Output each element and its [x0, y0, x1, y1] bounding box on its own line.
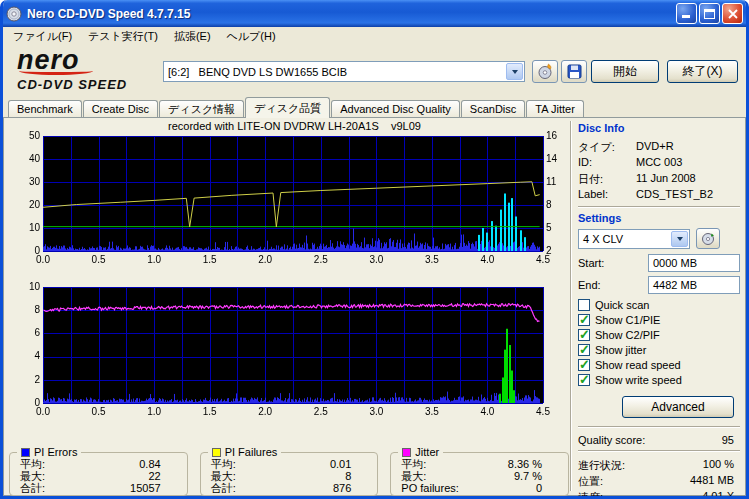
- end-field[interactable]: 4482 MB: [648, 276, 740, 294]
- exit-button[interactable]: 終了(X): [667, 60, 738, 83]
- stat-label: 平均:: [20, 458, 45, 470]
- stat-value: 0.01: [330, 458, 351, 470]
- checkbox-quick-scan[interactable]: Quick scan: [578, 298, 740, 312]
- disc-info-title: Disc Info: [578, 122, 740, 134]
- stat-label: PO failures:: [401, 482, 458, 494]
- stat-row: 最大:8: [201, 470, 378, 482]
- checkbox-label: Show jitter: [595, 344, 646, 356]
- scan-speed-value: 4 X CLV: [579, 230, 670, 248]
- menu-run-test[interactable]: テスト実行(T): [80, 27, 166, 46]
- refresh-speed-button[interactable]: [696, 228, 720, 249]
- stat-row: 最大:9.7 %: [391, 470, 568, 482]
- speed-label: 速度:: [578, 490, 603, 499]
- scan-speed-select[interactable]: 4 X CLV: [578, 229, 690, 249]
- drive-select-value: [6:2] BENQ DVD LS DW1655 BCIB: [164, 62, 505, 81]
- disc-date-value: 11 Jun 2008: [636, 172, 740, 187]
- position-row: 位置: 4481 MB: [578, 474, 740, 489]
- stat-value: 8: [345, 470, 351, 482]
- stat-label: 平均:: [401, 458, 426, 470]
- disc-id-value: MCC 003: [636, 156, 740, 168]
- speed-value: 4.01 X: [702, 490, 734, 499]
- stat-label: 最大:: [211, 470, 236, 482]
- tab-ta-jitter[interactable]: TA Jitter: [526, 100, 584, 118]
- menu-extra[interactable]: 拡張(E): [166, 27, 219, 46]
- checkbox-show-write-speed[interactable]: Show write speed: [578, 373, 740, 387]
- menu-help[interactable]: ヘルプ(H): [219, 27, 284, 46]
- checkbox-show-jitter[interactable]: Show jitter: [578, 343, 740, 357]
- scan-speed-arrow-icon[interactable]: [671, 231, 688, 247]
- stat-value: 15057: [130, 482, 161, 494]
- refresh-disc-icon: [701, 232, 715, 246]
- end-label: End:: [578, 279, 601, 291]
- checkbox-show-read-speed[interactable]: Show read speed: [578, 358, 740, 372]
- pi-failures-title: PI Failures: [225, 446, 278, 458]
- pi-failures-legend: PI Failures: [208, 446, 282, 458]
- side-panel: Disc Info タイプ: DVD+R ID: MCC 003 日付: 11 …: [576, 120, 742, 495]
- stats-panels: PI Errors 平均:0.84 最大:22 合計:15057 PI Fail…: [9, 452, 569, 496]
- panel-divider: [570, 121, 572, 491]
- checkbox-label: Show C1/PIE: [595, 314, 660, 326]
- stat-label: 最大:: [20, 470, 45, 482]
- disc-id-label: ID:: [578, 156, 636, 168]
- jitter-color-swatch: [402, 448, 411, 457]
- disc-date-label: 日付:: [578, 172, 636, 187]
- jitter-title: Jitter: [415, 446, 439, 458]
- checkbox-show-c1-pie[interactable]: Show C1/PIE: [578, 313, 740, 327]
- start-row: Start: 0000 MB: [578, 254, 740, 272]
- tab-disc-info[interactable]: ディスク情報: [159, 100, 244, 118]
- jitter-panel: Jitter 平均:8.36 % 最大:9.7 % PO failures:0: [390, 452, 569, 496]
- disc-type-value: DVD+R: [636, 140, 740, 155]
- tab-create-disc[interactable]: Create Disc: [83, 100, 158, 118]
- drive-select[interactable]: [6:2] BENQ DVD LS DW1655 BCIB: [163, 61, 525, 82]
- disc-label-row: Label: CDS_TEST_B2: [578, 188, 740, 200]
- quality-score-row: Quality score: 95: [578, 434, 740, 446]
- stat-row: PO failures:0: [391, 482, 568, 494]
- pi-failures-panel: PI Failures 平均:0.01 最大:8 合計:876: [200, 452, 379, 496]
- start-button[interactable]: 開始: [591, 60, 659, 83]
- quality-score-label: Quality score:: [578, 434, 645, 446]
- quality-score-value: 95: [722, 434, 734, 446]
- checkbox-show-c2-pif[interactable]: Show C2/PIF: [578, 328, 740, 342]
- checkbox-label: Show read speed: [595, 359, 681, 371]
- stat-row: 平均:0.84: [10, 458, 187, 470]
- nero-product-text: CD-DVD SPEED: [17, 77, 162, 92]
- app-icon: [6, 6, 22, 22]
- checkbox-box: [578, 359, 590, 371]
- save-button[interactable]: [561, 60, 587, 83]
- stat-row: 最大:22: [10, 470, 187, 482]
- close-button[interactable]: [722, 3, 743, 24]
- stat-row: 平均:0.01: [201, 458, 378, 470]
- stat-label: 合計:: [20, 482, 45, 494]
- checkbox-box: [578, 344, 590, 356]
- pi-errors-color-swatch: [21, 448, 30, 457]
- separator: [578, 450, 740, 452]
- stat-value: 0: [536, 482, 542, 494]
- drive-select-arrow-icon[interactable]: [506, 63, 523, 80]
- advanced-button[interactable]: Advanced: [622, 396, 734, 418]
- stat-value: 8.36 %: [508, 458, 542, 470]
- app-window: Nero CD-DVD Speed 4.7.7.15 ファイル(F) テスト実行…: [0, 0, 749, 499]
- tab-benchmark[interactable]: Benchmark: [8, 100, 82, 118]
- maximize-button[interactable]: [699, 3, 720, 24]
- speed-row: 速度: 4.01 X: [578, 490, 740, 499]
- scan-speed-row: 4 X CLV: [578, 228, 740, 249]
- menu-file[interactable]: ファイル(F): [5, 27, 80, 46]
- jitter-legend: Jitter: [398, 446, 443, 458]
- stat-value: 9.7 %: [514, 470, 542, 482]
- start-field[interactable]: 0000 MB: [648, 254, 740, 272]
- checkbox-box: [578, 374, 590, 386]
- stat-label: 平均:: [211, 458, 236, 470]
- pi-errors-panel: PI Errors 平均:0.84 最大:22 合計:15057: [9, 452, 188, 496]
- pi-errors-legend: PI Errors: [17, 446, 81, 458]
- tab-advanced-disc-quality[interactable]: Advanced Disc Quality: [331, 100, 460, 118]
- start-label: Start:: [578, 257, 604, 269]
- pi-failures-jitter-chart: [9, 282, 565, 419]
- minimize-button[interactable]: [676, 3, 697, 24]
- burn-button[interactable]: [532, 60, 558, 83]
- stat-value: 0.84: [139, 458, 160, 470]
- checkbox-label: Show C2/PIF: [595, 329, 660, 341]
- tab-scandisc[interactable]: ScanDisc: [461, 100, 525, 118]
- disc-label-label: Label:: [578, 188, 636, 200]
- tab-disc-quality[interactable]: ディスク品質: [245, 97, 330, 118]
- stat-row: 平均:8.36 %: [391, 458, 568, 470]
